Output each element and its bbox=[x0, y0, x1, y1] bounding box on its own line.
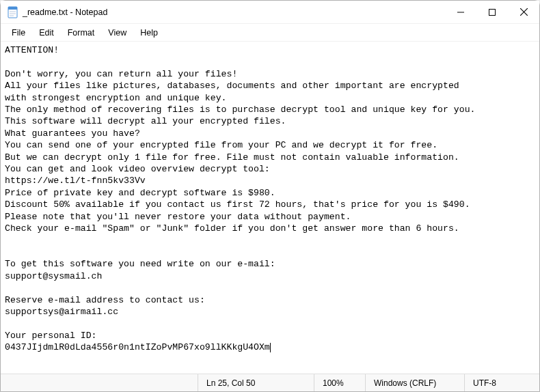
status-line-col: Ln 25, Col 50 bbox=[198, 374, 314, 391]
notepad-app-icon bbox=[8, 5, 18, 19]
titlebar[interactable]: _readme.txt - Notepad bbox=[1, 1, 539, 24]
status-eol: Windows (CRLF) bbox=[365, 374, 464, 391]
menu-format[interactable]: Format bbox=[61, 26, 102, 40]
menu-help[interactable]: Help bbox=[133, 26, 165, 40]
statusbar: Ln 25, Col 50 100% Windows (CRLF) UTF-8 bbox=[1, 374, 539, 391]
menu-file[interactable]: File bbox=[5, 26, 32, 40]
content-area: ATTENTION! Don't worry, you can return a… bbox=[1, 42, 539, 374]
status-encoding: UTF-8 bbox=[464, 374, 539, 391]
maximize-button[interactable] bbox=[476, 1, 508, 23]
menu-view[interactable]: View bbox=[101, 26, 133, 40]
close-icon bbox=[520, 8, 528, 16]
minimize-button[interactable] bbox=[445, 1, 476, 23]
notepad-window: _readme.txt - Notepad File Edit Format V… bbox=[0, 0, 540, 392]
text-editor[interactable]: ATTENTION! Don't worry, you can return a… bbox=[1, 42, 539, 374]
svg-rect-6 bbox=[489, 9, 496, 15]
svg-rect-1 bbox=[8, 7, 17, 10]
text-caret bbox=[270, 343, 271, 352]
close-button[interactable] bbox=[508, 1, 539, 23]
status-zoom: 100% bbox=[314, 374, 365, 391]
window-title: _readme.txt - Notepad bbox=[23, 8, 107, 17]
menu-edit[interactable]: Edit bbox=[32, 26, 61, 40]
minimize-icon bbox=[457, 9, 464, 16]
menubar: File Edit Format View Help bbox=[1, 24, 539, 42]
maximize-icon bbox=[489, 9, 496, 16]
window-controls bbox=[445, 1, 539, 23]
